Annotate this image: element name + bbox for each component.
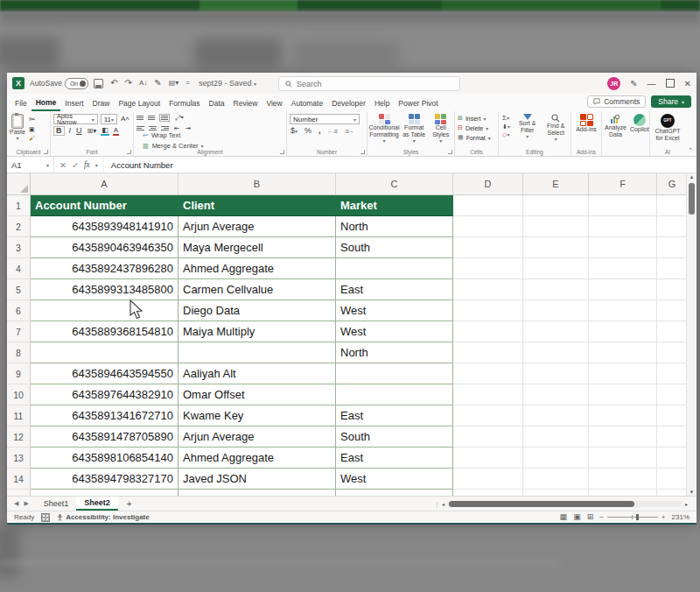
- cell-D1[interactable]: [453, 195, 523, 216]
- splitter-icon[interactable]: ⋮: [434, 501, 439, 507]
- cell-D14[interactable]: [453, 469, 523, 490]
- increase-indent-icon[interactable]: ⇥: [185, 125, 192, 131]
- cell-B13[interactable]: Ahmed Aggregate: [178, 448, 336, 469]
- cell-G13[interactable]: [657, 448, 688, 469]
- cell-D9[interactable]: [453, 363, 523, 384]
- cell-F1[interactable]: [589, 195, 657, 216]
- row-header-15[interactable]: 15: [7, 490, 31, 496]
- cell-B11[interactable]: Kwame Key: [178, 405, 336, 426]
- row-header-8[interactable]: 8: [7, 342, 31, 363]
- cell-G8[interactable]: [657, 342, 688, 363]
- cell-F6[interactable]: [589, 300, 657, 321]
- cell-F7[interactable]: [589, 321, 657, 342]
- cell-D5[interactable]: [453, 279, 523, 300]
- cell-F13[interactable]: [589, 448, 657, 469]
- cell-A11[interactable]: 6435891341672710: [31, 405, 178, 426]
- select-all-button[interactable]: [7, 173, 31, 194]
- cell-G15[interactable]: [657, 490, 688, 496]
- cell-C6[interactable]: West: [336, 300, 453, 321]
- cell-B10[interactable]: Omar Offset: [178, 384, 336, 405]
- cell-E9[interactable]: [523, 363, 589, 384]
- redo-icon[interactable]: ↷: [125, 79, 132, 88]
- cell-C7[interactable]: West: [336, 321, 453, 342]
- menu-tab-review[interactable]: Review: [229, 94, 262, 111]
- menu-tab-developer[interactable]: Developer: [327, 94, 370, 111]
- cell-A12[interactable]: 6435891478705890: [31, 426, 178, 448]
- pen-mode-icon[interactable]: ✎: [630, 79, 637, 88]
- cell-F14[interactable]: [589, 469, 657, 490]
- decrease-decimal-icon[interactable]: .0→: [344, 129, 355, 134]
- menu-tab-file[interactable]: File: [10, 94, 32, 111]
- cell-E3[interactable]: [523, 237, 589, 258]
- format-cells-button[interactable]: ▦Format▾: [458, 134, 495, 141]
- cell-E15[interactable]: [523, 490, 589, 496]
- cell-B7[interactable]: Maiya Multiply: [178, 321, 336, 342]
- fill-icon[interactable]: ⬇▾: [501, 123, 511, 130]
- cell-D3[interactable]: [453, 237, 523, 258]
- share-button[interactable]: Share▾: [651, 95, 691, 108]
- maximize-button[interactable]: [666, 79, 675, 88]
- row-header-13[interactable]: 13: [7, 448, 31, 469]
- row-header-1[interactable]: 1: [7, 195, 31, 216]
- cell-F2[interactable]: [589, 216, 657, 237]
- cell-F12[interactable]: [589, 426, 657, 448]
- save-icon[interactable]: [94, 79, 103, 88]
- insert-function-icon[interactable]: fx: [84, 160, 90, 169]
- percent-style-icon[interactable]: %: [304, 127, 312, 135]
- number-format-select[interactable]: Number▾: [290, 114, 360, 124]
- accessibility-status[interactable]: Accessibility: Investigate: [57, 513, 150, 521]
- cell-C3[interactable]: South: [336, 237, 453, 258]
- cell-E8[interactable]: [523, 342, 589, 363]
- increase-decimal-icon[interactable]: ←.0: [327, 129, 339, 134]
- row-header-12[interactable]: 12: [7, 426, 31, 448]
- new-sheet-button[interactable]: +: [118, 497, 141, 511]
- vertical-scroll-thumb[interactable]: [689, 183, 695, 215]
- cell-G1[interactable]: [657, 195, 688, 216]
- fill-color-icon[interactable]: ◧: [101, 127, 109, 136]
- scroll-up-icon[interactable]: ▲: [687, 174, 696, 180]
- scroll-left-icon[interactable]: ◂: [442, 501, 444, 507]
- format-painter-icon[interactable]: 🖌: [28, 135, 37, 141]
- row-header-6[interactable]: 6: [7, 300, 31, 321]
- cell-B14[interactable]: Javed JSON: [178, 469, 336, 490]
- cell-A13[interactable]: 6435898106854140: [31, 448, 178, 469]
- formula-input[interactable]: Account Number: [104, 160, 173, 170]
- cell-F5[interactable]: [589, 279, 657, 300]
- menu-tab-formulas[interactable]: Formulas: [164, 94, 204, 111]
- cell-A4[interactable]: 6435892437896280: [31, 258, 178, 279]
- align-right-icon[interactable]: [161, 126, 169, 130]
- cell-E4[interactable]: [523, 258, 589, 279]
- excel-logo-icon[interactable]: X: [12, 77, 24, 89]
- font-name-select[interactable]: Aptos Narrow▾: [53, 114, 98, 124]
- font-size-select[interactable]: 11▾: [101, 114, 117, 124]
- italic-button[interactable]: I: [68, 127, 73, 135]
- cell-G2[interactable]: [657, 216, 688, 237]
- find-select-button[interactable]: Find & Select▾: [543, 114, 568, 143]
- cell-B9[interactable]: Aaliyah Alt: [178, 363, 336, 384]
- cell-C14[interactable]: West: [336, 469, 453, 490]
- cell-styles-button[interactable]: Cell Styles▾: [430, 114, 452, 144]
- row-header-9[interactable]: 9: [7, 363, 31, 384]
- cell-C10[interactable]: [336, 384, 453, 405]
- row-header-7[interactable]: 7: [7, 321, 31, 342]
- cell-E7[interactable]: [523, 321, 589, 342]
- font-color-icon[interactable]: A: [113, 127, 119, 136]
- cell-C11[interactable]: East: [336, 405, 453, 426]
- align-left-icon[interactable]: [136, 126, 144, 130]
- dialog-launcher-icon[interactable]: [360, 150, 365, 154]
- column-header-E[interactable]: E: [523, 173, 589, 194]
- cell-G7[interactable]: [657, 321, 688, 342]
- vertical-scrollbar[interactable]: ▲ ▼: [686, 173, 696, 496]
- cut-icon[interactable]: ✂: [28, 116, 37, 123]
- cell-A2[interactable]: 6435893948141910: [31, 216, 178, 237]
- cell-G10[interactable]: [657, 384, 688, 405]
- cell-C5[interactable]: East: [336, 279, 453, 300]
- cell-A5[interactable]: 6435899313485800: [31, 279, 178, 300]
- row-header-14[interactable]: 14: [7, 469, 31, 490]
- cell-D7[interactable]: [453, 321, 523, 342]
- cell-C2[interactable]: North: [336, 216, 453, 237]
- column-header-B[interactable]: B: [178, 173, 336, 194]
- horizontal-scrollbar[interactable]: ⋮ ◂ ▸: [434, 500, 688, 507]
- scroll-right-icon[interactable]: ▸: [685, 501, 688, 507]
- page-layout-view-icon[interactable]: ▣: [573, 513, 581, 521]
